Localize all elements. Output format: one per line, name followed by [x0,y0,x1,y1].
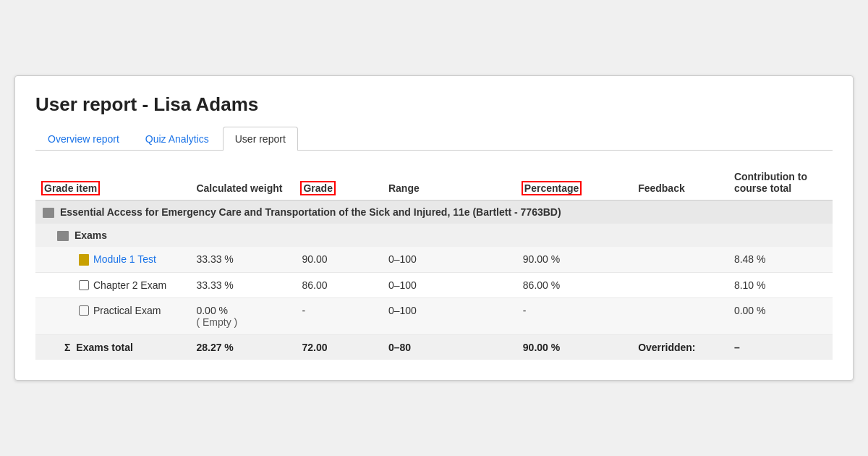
folder-icon [43,208,54,218]
row-grade-item: Module 1 Test [35,247,189,273]
subsection-header-cell: Exams [35,224,833,247]
row-calc-weight: 0.00 %( Empty ) [189,298,294,335]
row-calc-weight: 33.33 % [189,273,294,298]
row-percentage: 86.00 % [516,273,631,298]
row-range: 0–100 [381,298,516,335]
module1-link[interactable]: Module 1 Test [93,253,156,265]
exams-folder-icon [57,231,69,241]
grade-table: Grade item Calculated weight Grade Range… [35,165,833,360]
header-calc-weight: Calculated weight [189,165,294,200]
row-contribution: 8.48 % [727,247,833,273]
table-row: Module 1 Test 33.33 % 90.00 0–100 90.00 … [35,247,833,273]
grade-label: Grade [302,182,333,194]
practical-label: Practical Exam [93,305,161,316]
row-grade: 86.00 [294,273,380,298]
table-row: Chapter 2 Exam 33.33 % 86.00 0–100 86.00… [35,273,833,298]
header-percentage: Percentage [516,165,631,200]
overridden-label: Overridden: [638,342,695,353]
section-label: Essential Access for Emergency Care and … [60,206,561,218]
row-contribution: 8.10 % [727,273,833,298]
header-grade-item: Grade item [35,165,189,200]
table-row: Practical Exam 0.00 %( Empty ) - 0–100 -… [35,298,833,335]
header-contribution: Contribution to course total [727,165,833,200]
tab-user-report[interactable]: User report [223,127,298,151]
row-grade-item: Practical Exam [35,298,189,335]
main-container: User report - Lisa Adams Overview report… [14,75,854,381]
page-title: User report - Lisa Adams [35,93,833,116]
row-range: 0–100 [381,273,516,298]
row-contribution: 0.00 % [727,298,833,335]
row-feedback [631,247,727,273]
row-feedback [631,298,727,335]
row-grade-item: Chapter 2 Exam [35,273,189,298]
percentage-label: Percentage [523,182,580,194]
row-grade: - [294,298,380,335]
total-feedback: Overridden: [631,335,727,360]
row-percentage: 90.00 % [516,247,631,273]
total-calc-weight: 28.27 % [189,335,294,360]
row-feedback [631,273,727,298]
row-range: 0–100 [381,247,516,273]
header-grade: Grade [294,165,380,200]
total-range: 0–80 [381,335,516,360]
section-header-cell: Essential Access for Emergency Care and … [35,200,833,224]
checkbox-icon [79,305,89,316]
checkbox-icon [79,280,89,290]
grade-item-label: Grade item [43,182,98,194]
total-grade: 72.00 [294,335,380,360]
tab-bar: Overview report Quiz Analytics User repo… [35,126,833,151]
subsection-label: Exams [75,229,107,241]
total-label: Σ Exams total [35,335,189,360]
doc-icon [79,254,89,266]
tab-quiz-analytics[interactable]: Quiz Analytics [133,127,221,151]
row-calc-weight: 33.33 % [189,247,294,273]
subsection-header-row: Exams [35,224,833,247]
tab-overview[interactable]: Overview report [35,127,132,151]
total-row: Σ Exams total 28.27 % 72.00 0–80 90.00 %… [35,335,833,360]
row-percentage: - [516,298,631,335]
chapter2-label: Chapter 2 Exam [93,279,166,291]
section-header-row: Essential Access for Emergency Care and … [35,200,833,224]
row-grade: 90.00 [294,247,380,273]
sigma-icon: Σ [64,342,70,353]
header-feedback: Feedback [631,165,727,200]
total-percentage: 90.00 % [516,335,631,360]
total-contribution: – [727,335,833,360]
header-range: Range [381,165,516,200]
